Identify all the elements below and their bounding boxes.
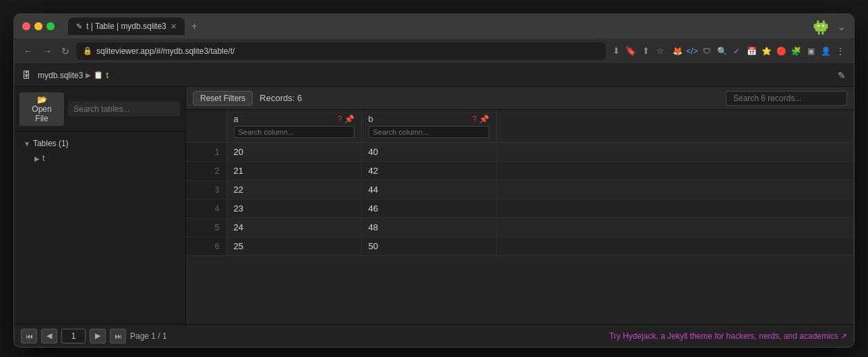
- close-button[interactable]: [22, 22, 30, 30]
- ext-check-icon[interactable]: ✓: [730, 44, 743, 58]
- table-row[interactable]: 4 23 46: [186, 199, 854, 218]
- col-b-pin-icon[interactable]: 📌: [479, 115, 489, 124]
- last-page-button[interactable]: ⏭: [110, 329, 126, 344]
- breadcrumb: mydb.sqlite3 ▶ 📋 t: [38, 71, 108, 80]
- table-row[interactable]: 1 20 40: [186, 143, 854, 162]
- col-a-search-input[interactable]: [234, 126, 354, 138]
- reset-filters-label: Reset Filters: [200, 94, 245, 103]
- col-a-label: a: [234, 114, 239, 124]
- sidebar-section: ▼ Tables (1) ▶ t: [14, 132, 185, 170]
- download-icon[interactable]: ⬇: [610, 45, 622, 57]
- cell-rownum: 3: [186, 181, 226, 199]
- ext-sidebar-icon[interactable]: ▣: [804, 44, 817, 58]
- sidebar-table-item-t[interactable]: ▶ t: [20, 151, 180, 166]
- cell-a: 20: [226, 143, 361, 162]
- maximize-button[interactable]: [46, 22, 55, 30]
- lock-icon: 🔒: [83, 46, 92, 55]
- ext-user-icon[interactable]: 👤: [819, 44, 832, 58]
- cell-a: 23: [226, 199, 361, 218]
- share-icon[interactable]: ⬆: [640, 45, 652, 57]
- table-row[interactable]: 5 24 48: [186, 218, 854, 237]
- col-a-type-icon[interactable]: ?: [338, 115, 342, 124]
- breadcrumb-db[interactable]: mydb.sqlite3: [38, 71, 83, 80]
- reload-button[interactable]: ↻: [59, 43, 72, 59]
- address-bar[interactable]: 🔒 sqliteviewer.app/#/mydb.sqlite3/table/…: [76, 42, 606, 60]
- hydejack-link[interactable]: Try Hydejack, a Jekyll theme for hackers…: [609, 331, 847, 341]
- cell-b: 48: [361, 218, 496, 237]
- cell-a: 24: [226, 218, 361, 237]
- page-info: Page 1 / 1: [130, 331, 167, 341]
- content-area: Reset Filters Records: 6 a: [186, 87, 854, 324]
- reset-filters-button[interactable]: Reset Filters: [193, 91, 253, 106]
- forward-button[interactable]: →: [40, 43, 55, 59]
- android-robot-icon: [810, 15, 832, 37]
- table-row[interactable]: 6 25 50: [186, 237, 854, 256]
- cell-b: 50: [361, 237, 496, 256]
- chevron-down-icon: ▼: [24, 140, 30, 148]
- edit-button[interactable]: ✎: [838, 70, 846, 81]
- data-table: a ? 📌 b: [186, 110, 854, 256]
- window-menu-button[interactable]: ⌄: [837, 20, 846, 33]
- cell-a: 21: [226, 162, 361, 181]
- next-page-button[interactable]: ▶: [90, 329, 106, 344]
- minimize-button[interactable]: [34, 22, 42, 30]
- col-b-search-input[interactable]: [369, 126, 489, 138]
- cell-empty: [496, 199, 854, 218]
- app-bar-right: ✎: [838, 70, 846, 81]
- bookmark-icon[interactable]: 🔖: [625, 45, 637, 57]
- active-tab[interactable]: ✎ t | Table | mydb.sqlite3 ✕: [68, 18, 185, 35]
- page-number-input[interactable]: [61, 329, 86, 344]
- cell-empty: [496, 237, 854, 256]
- col-a-pin-icon[interactable]: 📌: [344, 115, 354, 124]
- ext-puzzle-icon[interactable]: 🧩: [789, 44, 803, 58]
- back-button[interactable]: ←: [21, 43, 36, 59]
- ext-star-icon[interactable]: ⭐: [760, 44, 773, 58]
- app-logo: 🗄: [22, 70, 31, 80]
- new-tab-button[interactable]: +: [187, 18, 202, 35]
- url-text: sqliteviewer.app/#/mydb.sqlite3/table/t/: [96, 46, 235, 56]
- svg-rect-8: [822, 32, 824, 35]
- star-icon[interactable]: ☆: [654, 45, 666, 57]
- tables-header[interactable]: ▼ Tables (1): [20, 136, 180, 151]
- ext-red-icon[interactable]: 🦊: [671, 44, 684, 58]
- ext-shield-icon[interactable]: 🛡: [700, 44, 714, 58]
- col-b-type-icon[interactable]: ?: [472, 115, 477, 124]
- col-empty-header: [496, 110, 854, 143]
- open-file-button[interactable]: 📂 Open File: [20, 92, 64, 126]
- table-row[interactable]: 2 21 42: [186, 162, 854, 181]
- ext-code-icon[interactable]: </>: [685, 44, 699, 58]
- col-rownum-header: [186, 110, 226, 143]
- ext-search-icon[interactable]: 🔍: [715, 44, 728, 58]
- table-arrow-icon: ▶: [34, 155, 40, 162]
- toolbar-more-icon[interactable]: ⋮: [834, 44, 847, 58]
- col-b-label: b: [369, 114, 373, 124]
- sidebar: 📂 Open File ▼ Tables (1) ▶ t: [14, 87, 186, 324]
- sidebar-top: 📂 Open File: [14, 87, 185, 132]
- tabs-bar: ✎ t | Table | mydb.sqlite3 ✕ +: [68, 18, 805, 35]
- app-bar: 🗄 mydb.sqlite3 ▶ 📋 t ✎: [14, 64, 854, 87]
- breadcrumb-arrow: ▶: [86, 71, 91, 79]
- breadcrumb-table[interactable]: t: [106, 71, 108, 80]
- search-tables-input[interactable]: [68, 102, 180, 117]
- ext-refresh-icon[interactable]: 🔴: [774, 44, 788, 58]
- svg-rect-6: [826, 24, 828, 29]
- prev-page-button[interactable]: ◀: [41, 329, 57, 344]
- cell-empty: [496, 162, 854, 181]
- svg-point-3: [817, 25, 819, 27]
- first-page-button[interactable]: ⏮: [21, 329, 37, 344]
- col-b-header: b ? 📌: [361, 110, 496, 143]
- tab-close-button[interactable]: ✕: [170, 22, 177, 31]
- cell-rownum: 6: [186, 237, 226, 256]
- search-records-input[interactable]: [726, 91, 847, 106]
- ext-calendar-icon[interactable]: 📅: [745, 44, 758, 58]
- svg-rect-5: [814, 24, 816, 29]
- table-wrapper: a ? 📌 b: [186, 110, 854, 324]
- table-row[interactable]: 3 22 44: [186, 181, 854, 199]
- footer: ⏮ ◀ ▶ ⏭ Page 1 / 1 Try Hydejack, a Jekyl…: [14, 324, 854, 347]
- toolbar-right: ⬇ 🔖 ⬆ ☆: [610, 45, 666, 57]
- cell-b: 44: [361, 181, 496, 199]
- cell-rownum: 1: [186, 143, 226, 162]
- tab-label: t | Table | mydb.sqlite3: [86, 22, 166, 31]
- svg-point-4: [822, 25, 824, 27]
- cell-rownum: 5: [186, 218, 226, 237]
